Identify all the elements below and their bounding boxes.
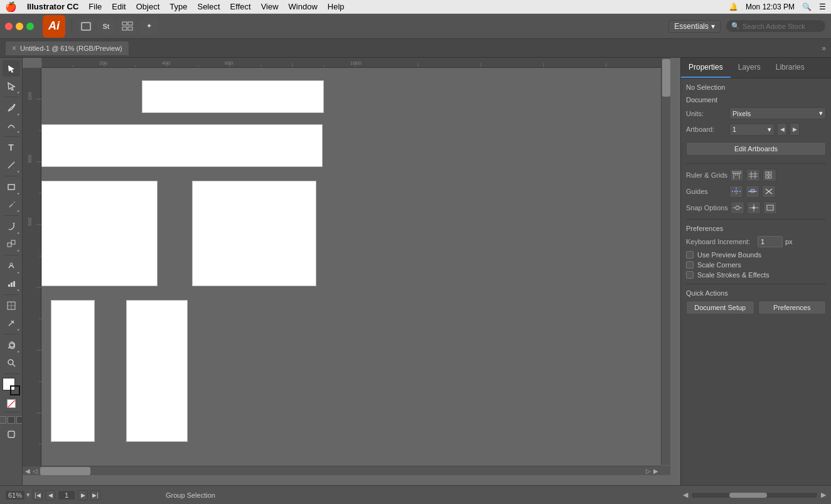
search-stock-input[interactable] xyxy=(743,23,824,30)
use-preview-bounds-checkbox[interactable] xyxy=(686,251,694,259)
scroll-thumb-vertical[interactable] xyxy=(662,59,670,97)
snap-to-grid-btn[interactable] xyxy=(731,201,744,214)
document-section-title: Document xyxy=(686,96,826,104)
close-window-btn[interactable] xyxy=(5,23,13,30)
tab-properties[interactable]: Properties xyxy=(681,58,731,78)
scrollbar-vertical[interactable] xyxy=(661,58,670,465)
slice-tool[interactable] xyxy=(3,315,20,331)
scroll-thumb-horizontal[interactable] xyxy=(40,467,90,475)
character-style-btn[interactable]: St xyxy=(97,18,115,35)
scroll-left-btn[interactable]: ◀ xyxy=(25,468,30,475)
scale-tool[interactable] xyxy=(3,236,20,252)
units-dropdown[interactable]: Pixels ▾ xyxy=(729,107,826,119)
menu-object[interactable]: Object xyxy=(136,2,160,11)
tab-close-btn[interactable]: × xyxy=(12,44,16,53)
draw-inside-btn[interactable] xyxy=(16,416,23,424)
pixel-grid-btn[interactable] xyxy=(763,169,776,181)
menu-view[interactable]: View xyxy=(261,2,279,11)
maximize-window-btn[interactable] xyxy=(26,23,34,30)
document-setup-btn[interactable]: Document Setup xyxy=(686,301,754,314)
curvature-tool[interactable] xyxy=(3,117,20,134)
tab-layers[interactable]: Layers xyxy=(731,58,768,78)
current-artboard-input[interactable] xyxy=(58,490,75,500)
preferences-btn[interactable]: Preferences xyxy=(758,301,827,314)
artboard-prev-btn[interactable]: ◀ xyxy=(777,123,787,136)
zoom-tool-group[interactable] xyxy=(3,337,20,353)
zoom-dropdown[interactable]: 61% xyxy=(5,490,25,500)
rotate-tool[interactable] xyxy=(3,218,20,235)
column-graph-tool[interactable] xyxy=(3,276,20,292)
zoom-tool[interactable] xyxy=(3,355,20,371)
keyboard-increment-input[interactable] xyxy=(758,236,783,247)
search-icon[interactable]: 🔍 xyxy=(802,3,812,11)
menu-help[interactable]: Help xyxy=(328,2,345,11)
grid-btn[interactable] xyxy=(746,169,760,181)
rectangle-tool[interactable] xyxy=(3,179,20,195)
artboard-next-btn[interactable]: ▶ xyxy=(790,123,800,136)
warp-tool[interactable] xyxy=(3,258,20,274)
none-color-btn[interactable] xyxy=(7,399,16,408)
clear-guides-btn[interactable] xyxy=(762,185,776,198)
menu-list-icon[interactable]: ☰ xyxy=(819,3,826,11)
artboard-dropdown[interactable]: 1 ▾ xyxy=(729,124,775,136)
paint-brush-tool[interactable] xyxy=(3,196,20,213)
svg-rect-65 xyxy=(766,172,768,174)
zoom-dropdown-arrow[interactable]: ▾ xyxy=(26,491,30,499)
first-artboard-btn[interactable]: |◀ xyxy=(33,490,43,500)
tab-libraries[interactable]: Libraries xyxy=(768,58,812,78)
scroll-left-btn2[interactable]: ◁ xyxy=(33,468,38,475)
artboard-tool[interactable] xyxy=(3,298,20,314)
workspace-dropdown[interactable]: Essentials ▾ xyxy=(668,20,721,33)
edit-artboards-btn[interactable]: Edit Artboards xyxy=(686,142,826,156)
snap-btns xyxy=(731,201,777,214)
notification-icon[interactable]: 🔔 xyxy=(729,3,738,11)
scrollbar-horizontal[interactable]: ◀ ◁ ▷ ▶ xyxy=(23,466,661,475)
toolbox: T xyxy=(0,58,23,485)
horizontal-scroll-status[interactable] xyxy=(692,493,817,498)
minimize-window-btn[interactable] xyxy=(16,23,23,30)
new-artboard-btn[interactable] xyxy=(78,19,94,34)
canvas-area[interactable]: 200 400 600 1000 xyxy=(23,58,680,485)
prev-artboard-btn[interactable]: ◀ xyxy=(45,490,55,500)
divider-3 xyxy=(686,284,826,284)
draw-normal-btn[interactable] xyxy=(0,416,6,424)
workspace-selector: Essentials ▾ 🔍 xyxy=(668,19,826,33)
snap-to-point-btn[interactable] xyxy=(747,201,761,214)
apple-menu[interactable]: 🍎 xyxy=(5,1,17,13)
show-guides-btn[interactable] xyxy=(729,185,743,198)
pen-tool[interactable] xyxy=(3,100,20,116)
tools-btn[interactable]: ✦ xyxy=(140,18,158,35)
status-bar: 61% ▾ |◀ ◀ ▶ ▶| Group Selection ◀ ▶ xyxy=(0,485,831,504)
snap-to-pixel-btn[interactable] xyxy=(763,201,777,214)
direct-selection-tool[interactable] xyxy=(3,78,20,94)
menu-edit[interactable]: Edit xyxy=(112,2,126,11)
scroll-left-status[interactable]: ◀ xyxy=(683,491,688,499)
svg-rect-9 xyxy=(8,243,11,247)
menu-file[interactable]: File xyxy=(88,2,102,11)
last-artboard-btn[interactable]: ▶| xyxy=(90,490,100,500)
scale-corners-checkbox[interactable] xyxy=(686,261,694,269)
tool-sep-1 xyxy=(4,97,19,97)
color-selector[interactable] xyxy=(3,378,20,395)
screen-mode-btn[interactable] xyxy=(3,426,20,442)
artboard-btn[interactable] xyxy=(119,18,136,35)
menu-type[interactable]: Type xyxy=(169,2,187,11)
menu-effect[interactable]: Effect xyxy=(230,2,251,11)
svg-rect-2 xyxy=(128,22,132,25)
scale-strokes-checkbox[interactable] xyxy=(686,271,694,279)
scroll-right-status[interactable]: ▶ xyxy=(821,491,826,499)
menu-select[interactable]: Select xyxy=(197,2,220,11)
svg-rect-66 xyxy=(769,172,771,174)
lock-guides-btn[interactable] xyxy=(746,185,759,198)
scroll-right-btn2[interactable]: ▶ xyxy=(653,468,658,475)
selection-tool[interactable] xyxy=(3,60,20,77)
stroke-box[interactable] xyxy=(10,385,20,395)
document-tab[interactable]: × Untitled-1 @ 61% (RGB/Preview) xyxy=(5,41,129,55)
line-tool[interactable] xyxy=(3,157,20,173)
draw-behind-btn[interactable] xyxy=(8,416,15,424)
scroll-right-btn[interactable]: ▷ xyxy=(646,468,651,475)
type-tool[interactable]: T xyxy=(3,139,20,156)
menu-window[interactable]: Window xyxy=(289,2,318,11)
next-artboard-btn[interactable]: ▶ xyxy=(78,490,88,500)
rulers-btn[interactable] xyxy=(730,169,744,181)
